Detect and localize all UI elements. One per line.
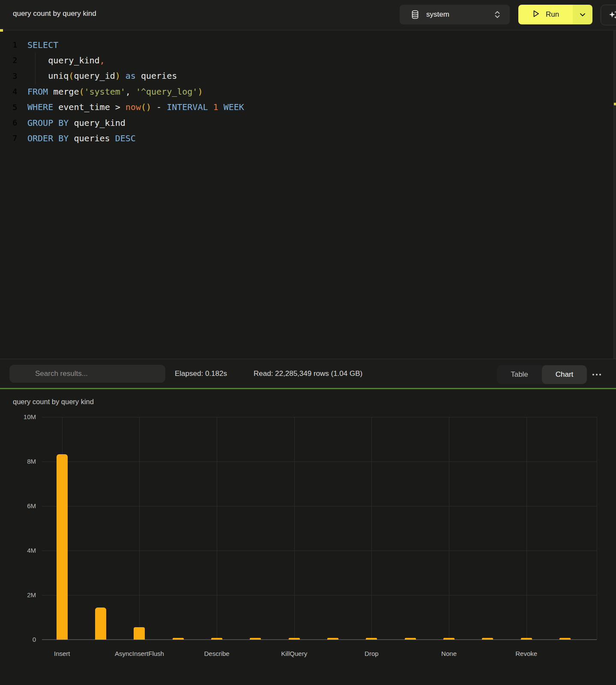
y-axis-label: 2M <box>6 591 36 599</box>
header: query count by query kind system <box>0 0 616 30</box>
chart-panel: query count by query kind 02M4M6M8M10MIn… <box>0 389 616 685</box>
view-toggle: TableChart <box>497 365 587 384</box>
x-axis-label: Describe <box>178 649 255 658</box>
code-text: uniq(query_id) as queries <box>27 71 177 81</box>
elapsed-stat: Elapsed: 0.182s <box>175 359 227 388</box>
editor-gutter-mark <box>0 29 3 32</box>
code-text: ORDER BY queries DESC <box>27 133 136 143</box>
code-line[interactable]: 7ORDER BY queries DESC <box>0 130 600 146</box>
database-icon <box>411 10 419 19</box>
more-options-button[interactable] <box>591 369 602 380</box>
x-axis-label: Drop <box>333 649 410 658</box>
line-number: 7 <box>0 134 17 143</box>
chevron-updown-icon <box>494 10 500 19</box>
run-button-label: Run <box>546 10 559 19</box>
code-text: GROUP BY query_kind <box>27 118 126 128</box>
y-axis-label: 10M <box>6 413 36 421</box>
gridline-vertical <box>217 417 217 640</box>
play-icon <box>532 9 540 20</box>
page-title: query count by query kind <box>13 0 96 27</box>
code-line[interactable]: 2 query_kind, <box>0 52 600 68</box>
x-axis-label: None <box>410 649 487 658</box>
code-text: query_kind, <box>27 55 105 66</box>
gridline-vertical <box>449 417 449 640</box>
bar-unlabeled[interactable] <box>559 638 571 640</box>
search-field-wrap <box>9 365 165 383</box>
bar-KillQuery[interactable] <box>289 638 300 640</box>
code-line[interactable]: 1SELECT <box>0 37 600 53</box>
bar-unlabeled[interactable] <box>482 638 493 640</box>
gridline-vertical <box>597 417 597 640</box>
code-text: FROM merge('system', '^query_log') <box>27 86 203 97</box>
ellipsis-icon <box>592 373 601 376</box>
code-line[interactable]: 6GROUP BY query_kind <box>0 115 600 131</box>
bar-None[interactable] <box>443 638 455 640</box>
scrollbar-annotation <box>614 103 616 105</box>
line-number: 5 <box>0 103 17 112</box>
view-toggle-chart[interactable]: Chart <box>542 365 587 384</box>
code-line[interactable]: 3 uniq(query_id) as queries <box>0 68 600 84</box>
gridline-vertical <box>294 417 295 640</box>
run-options-button[interactable] <box>573 5 592 24</box>
y-axis-label: 8M <box>6 457 36 466</box>
sparkles-icon <box>607 10 616 20</box>
sql-console: query count by query kind system <box>0 0 616 685</box>
gridline-vertical <box>139 417 140 640</box>
database-selector-value: system <box>426 10 494 19</box>
x-axis-label: Revoke <box>488 649 565 658</box>
bar-Describe[interactable] <box>211 638 222 640</box>
search-icon <box>21 369 29 378</box>
code-text: SELECT <box>27 40 58 50</box>
gridline-vertical <box>526 417 527 640</box>
ai-assistant-button[interactable] <box>601 5 616 25</box>
bar-unlabeled[interactable] <box>173 638 184 640</box>
line-number: 1 <box>0 40 17 49</box>
line-number: 6 <box>0 118 17 127</box>
bar-Drop[interactable] <box>366 638 377 640</box>
code-line[interactable]: 4FROM merge('system', '^query_log') <box>0 83 600 99</box>
x-axis-label: KillQuery <box>256 649 333 658</box>
bar-unlabeled[interactable] <box>95 608 106 640</box>
line-number: 3 <box>0 71 17 80</box>
bar-unlabeled[interactable] <box>327 638 338 640</box>
bar-unlabeled[interactable] <box>405 638 416 640</box>
bar-Revoke[interactable] <box>521 638 532 640</box>
code-line[interactable]: 5WHERE event_time > now() - INTERVAL 1 W… <box>0 99 600 115</box>
view-toggle-table[interactable]: Table <box>497 365 542 384</box>
y-axis-label: 4M <box>6 546 36 555</box>
gridline-horizontal <box>42 551 597 551</box>
gridline-horizontal <box>42 595 597 596</box>
run-button[interactable]: Run <box>518 5 573 24</box>
bar-AsyncInsertFlush[interactable] <box>134 627 145 640</box>
gridline-horizontal <box>42 506 597 506</box>
code-text: WHERE event_time > now() - INTERVAL 1 WE… <box>27 102 244 112</box>
search-input[interactable] <box>9 365 165 383</box>
x-axis-label: AsyncInsertFlush <box>101 649 178 658</box>
chevron-down-icon <box>580 11 586 18</box>
line-number: 4 <box>0 87 17 96</box>
sql-editor[interactable]: 1SELECT2 query_kind,3 uniq(query_id) as … <box>0 30 616 359</box>
chart-title: query count by query kind <box>13 398 94 406</box>
bar-unlabeled[interactable] <box>250 638 261 640</box>
read-stat: Read: 22,285,349 rows (1.04 GB) <box>254 359 362 388</box>
gridline-vertical <box>371 417 372 640</box>
database-selector[interactable]: system <box>400 5 510 24</box>
x-axis-line <box>42 639 597 640</box>
results-toolbar: Elapsed: 0.182s Read: 22,285,349 rows (1… <box>0 359 616 388</box>
bar-Insert[interactable] <box>57 454 68 640</box>
y-axis-label: 0 <box>6 635 36 644</box>
y-axis-label: 6M <box>6 502 36 510</box>
run-split-button: Run <box>518 5 592 24</box>
x-axis-label: Insert <box>24 649 101 658</box>
gridline-horizontal <box>42 417 597 417</box>
line-number: 2 <box>0 56 17 65</box>
gridline-horizontal <box>42 462 597 462</box>
